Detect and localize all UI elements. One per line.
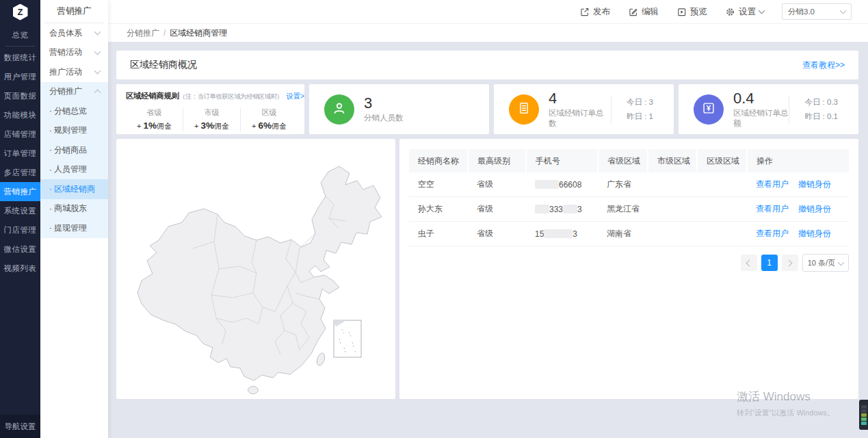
column-header-7: 操作	[747, 149, 849, 172]
submenu-item-4-1[interactable]: 分销总览	[40, 101, 108, 121]
pagination-next-button[interactable]	[782, 255, 798, 271]
map-inset-south-china-sea	[334, 320, 361, 357]
stat-icon-circle	[509, 94, 539, 125]
phone-digits: 333	[549, 205, 563, 214]
content-area: 区域经销商概况 查看教程>> 区域经销商规则 （注：当订单收获区域为经销区域时）…	[108, 42, 868, 438]
submenu-group-header-1[interactable]: 会员体系	[40, 23, 108, 43]
sidebar-item-12[interactable]: 微信设置	[0, 240, 40, 259]
topbar-action-1[interactable]: 发布	[579, 6, 610, 18]
secondary-sidebar: 营销推广 会员体系营销活动推广活动分销推广分销总览规则管理分销商品人员管理区域经…	[40, 0, 108, 438]
sidebar-item-9[interactable]: 营销推广	[0, 182, 40, 201]
topbar-action-2[interactable]: 编辑	[628, 6, 659, 18]
submenu-group-header-4[interactable]: 分销推广	[40, 82, 108, 102]
stat-icon-circle	[324, 94, 354, 125]
app-logo[interactable]: Z	[0, 0, 40, 24]
cell-3-7: 查看用户撤销身份	[747, 222, 849, 246]
sidebar-item-2[interactable]: 数据统计	[0, 48, 40, 67]
stat-main: 4区域经销订单总数	[549, 90, 611, 129]
revoke-identity-link[interactable]: 撤销身份	[798, 204, 831, 214]
view-user-link[interactable]: 查看用户	[756, 229, 789, 238]
submenu-item-4-7[interactable]: 提现管理	[40, 218, 108, 238]
sidebar-item-1[interactable]: 总览	[0, 25, 40, 44]
submenu-item-label: 人员管理	[54, 164, 87, 175]
tutorial-link[interactable]: 查看教程>>	[802, 60, 845, 71]
sidebar-item-10[interactable]: 系统设置	[0, 201, 40, 220]
submenu-list: 会员体系营销活动推广活动分销推广分销总览规则管理分销商品人员管理区域经销商商城股…	[40, 23, 108, 238]
sidebar-item-3[interactable]: 用户管理	[0, 67, 40, 86]
gear-icon	[725, 7, 735, 17]
cell-3-1: 虫子	[409, 222, 468, 246]
stat-label: 区域经销订单总数	[549, 108, 611, 129]
submenu-group-1: 会员体系	[40, 23, 108, 43]
edge-widget-square-3	[861, 413, 867, 417]
topbar-action-label: 预览	[690, 6, 707, 18]
edge-color-widget[interactable]	[859, 400, 868, 430]
sidebar-item-7[interactable]: 订单管理	[0, 144, 40, 163]
submenu-item-label: 规则管理	[54, 125, 87, 136]
stat-card-1: 3分销人员数	[309, 84, 489, 134]
submenu-group-label: 营销活动	[49, 47, 82, 58]
tier-value: + 6%佣金	[241, 120, 298, 131]
pagination-prev-button[interactable]	[741, 255, 757, 271]
page-title: 区域经销商概况	[130, 59, 197, 71]
chevron-up-icon	[94, 89, 101, 96]
app-window: Z 总览数据统计用户管理页面数据功能模块店铺管理订单管理多店管理营销推广系统设置…	[0, 0, 868, 438]
cell-3-3: 153	[526, 222, 598, 246]
pagination-page-1[interactable]: 1	[761, 255, 778, 271]
cell-3-5	[648, 222, 697, 246]
cell-2-6	[697, 197, 747, 222]
edge-widget-square-5	[861, 422, 867, 425]
submenu-group-label: 会员体系	[49, 27, 82, 39]
logo-hexagon-icon: Z	[13, 4, 28, 21]
phone-blur-mask	[535, 180, 559, 189]
cell-1-3: 66608	[526, 172, 598, 197]
submenu-group-2: 营销活动	[40, 43, 108, 63]
submenu-group-header-2[interactable]: 营销活动	[40, 43, 108, 63]
submenu-group-header-3[interactable]: 推广活动	[40, 62, 108, 82]
revoke-identity-link[interactable]: 撤销身份	[798, 179, 831, 189]
submenu-group-label: 分销推广	[49, 86, 82, 97]
submenu-item-4-5[interactable]: 区域经销商	[40, 179, 108, 199]
sidebar-item-11[interactable]: 门店管理	[0, 220, 40, 240]
primary-sidebar: Z 总览数据统计用户管理页面数据功能模块店铺管理订单管理多店管理营销推广系统设置…	[0, 0, 40, 438]
rules-tiers: 省级+ 1%佣金市级+ 3%佣金区级+ 6%佣金	[126, 107, 298, 131]
topbar-action-3[interactable]: 预览	[676, 6, 707, 18]
stats-row: 区域经销商规则 （注：当订单收获区域为经销区域时） 设置>> 省级+ 1%佣金市…	[116, 84, 858, 134]
commission-tier-3: 区级+ 6%佣金	[240, 107, 298, 131]
sidebar-item-nav-settings[interactable]: 导航设置	[0, 415, 40, 438]
revoke-identity-link[interactable]: 撤销身份	[798, 229, 831, 238]
submenu-item-4-4[interactable]: 人员管理	[40, 160, 108, 180]
sidebar-item-13[interactable]: 视频列表	[0, 259, 40, 278]
stat-main: 0.4区域经销订单总额	[733, 90, 789, 129]
view-user-link[interactable]: 查看用户	[756, 179, 789, 189]
submenu-item-4-6[interactable]: 商城股东	[40, 199, 108, 219]
chevron-down-icon	[94, 48, 101, 55]
logo-letter: Z	[18, 7, 23, 17]
stat-label: 分销人员数	[364, 113, 489, 123]
stat-side: 今日 : 3昨日 : 1	[611, 95, 674, 124]
settings-menu-button[interactable]: 设置	[725, 6, 764, 18]
phone-digits: 3	[577, 205, 582, 214]
submenu-group-label: 推广活动	[49, 66, 82, 78]
topbar-actions: 发布编辑预览设置	[579, 6, 764, 18]
page-size-select[interactable]: 10 条/页	[802, 254, 849, 272]
submenu-item-4-2[interactable]: 规则管理	[40, 121, 108, 141]
breadcrumb-parent[interactable]: 分销推广	[127, 27, 159, 39]
version-select[interactable]: 分销3.0	[782, 3, 852, 20]
sidebar-item-6[interactable]: 店铺管理	[0, 125, 40, 144]
submenu-item-label: 提现管理	[54, 222, 87, 234]
rules-settings-link[interactable]: 设置>>	[287, 92, 304, 101]
china-map[interactable]	[116, 139, 395, 399]
submenu-item-label: 分销总览	[54, 105, 87, 117]
sidebar-item-4[interactable]: 页面数据	[0, 86, 40, 105]
tier-suffix: 佣金	[157, 122, 172, 130]
sidebar-item-5[interactable]: 功能模块	[0, 105, 40, 125]
view-user-link[interactable]: 查看用户	[756, 204, 789, 214]
table-row-3: 虫子省级153湖南省查看用户撤销身份	[409, 222, 849, 246]
cell-3-2: 省级	[468, 222, 526, 246]
pagination: 1 10 条/页	[409, 254, 849, 272]
stat-divider	[611, 96, 611, 123]
rules-card: 区域经销商规则 （注：当订单收获区域为经销区域时） 设置>> 省级+ 1%佣金市…	[116, 84, 304, 134]
submenu-item-4-3[interactable]: 分销商品	[40, 140, 108, 160]
sidebar-item-8[interactable]: 多店管理	[0, 163, 40, 182]
